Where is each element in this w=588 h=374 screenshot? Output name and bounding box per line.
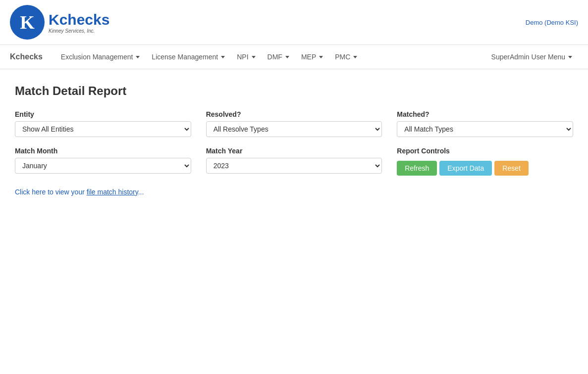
form-grid: Entity Show All Entities Entity 1 Entity… [15,110,573,176]
page-title: Match Detail Report [15,84,573,98]
logo-letter: K [20,11,35,33]
history-link-suffix: ... [138,188,144,196]
report-controls-group: Report Controls Refresh Export Data Rese… [397,147,573,176]
logo-area: K Kchecks Kinney Services, Inc. [10,5,109,40]
match-year-group: Match Year 2023 2022 2021 2020 2019 [206,147,382,176]
logo-sub: Kinney Services, Inc. [49,28,109,34]
chevron-down-icon [353,56,357,58]
nav-item-dmf[interactable]: DMF [262,46,295,68]
chevron-down-icon [285,56,289,58]
logo-text: Kchecks Kinney Services, Inc. [49,11,109,34]
match-month-group: Match Month January February March April… [15,147,191,176]
reset-button[interactable]: Reset [494,161,529,176]
resolved-label: Resolved? [206,110,382,118]
matched-label: Matched? [397,110,573,118]
chevron-down-icon [252,56,256,58]
nav-bar: Kchecks Exclusion Management License Man… [0,45,588,69]
entity-group: Entity Show All Entities Entity 1 Entity… [15,110,191,137]
match-month-select[interactable]: January February March April May June Ju… [15,158,191,174]
chevron-down-icon [568,56,572,58]
entity-label: Entity [15,110,191,118]
history-link-text: file match history [87,188,138,196]
entity-select[interactable]: Show All Entities Entity 1 Entity 2 [15,121,191,137]
matched-select[interactable]: All Match Types Matched Unmatched [397,121,573,137]
nav-item-pmc[interactable]: PMC [329,46,363,68]
nav-item-license[interactable]: License Management [146,46,231,68]
history-link-prefix: Click here to view your [15,188,87,196]
main-content: Match Detail Report Entity Show All Enti… [0,69,588,211]
report-controls-label: Report Controls [397,147,573,155]
matched-group: Matched? All Match Types Matched Unmatch… [397,110,573,137]
export-button[interactable]: Export Data [439,161,492,176]
nav-superadmin-menu[interactable]: SuperAdmin User Menu [485,46,578,68]
match-year-select[interactable]: 2023 2022 2021 2020 2019 [206,158,382,174]
chevron-down-icon [221,56,225,58]
nav-brand: Kchecks [10,45,50,69]
nav-item-exclusion[interactable]: Exclusion Management [55,46,146,68]
resolved-select[interactable]: All Resolve Types Resolved Unresolved [206,121,382,137]
file-match-history-link[interactable]: Click here to view your file match histo… [15,188,144,196]
match-year-label: Match Year [206,147,382,155]
logo-name: Kchecks [49,11,109,28]
match-month-label: Match Month [15,147,191,155]
refresh-button[interactable]: Refresh [397,161,437,176]
resolved-group: Resolved? All Resolve Types Resolved Unr… [206,110,382,137]
chevron-down-icon [136,56,140,58]
nav-item-npi[interactable]: NPI [231,46,261,68]
logo-circle: K [10,5,45,40]
nav-item-mep[interactable]: MEP [295,46,329,68]
btn-group: Refresh Export Data Reset [397,161,573,176]
demo-link[interactable]: Demo (Demo KSI) [526,19,578,26]
top-bar: K Kchecks Kinney Services, Inc. Demo (De… [0,0,588,45]
chevron-down-icon [319,56,323,58]
